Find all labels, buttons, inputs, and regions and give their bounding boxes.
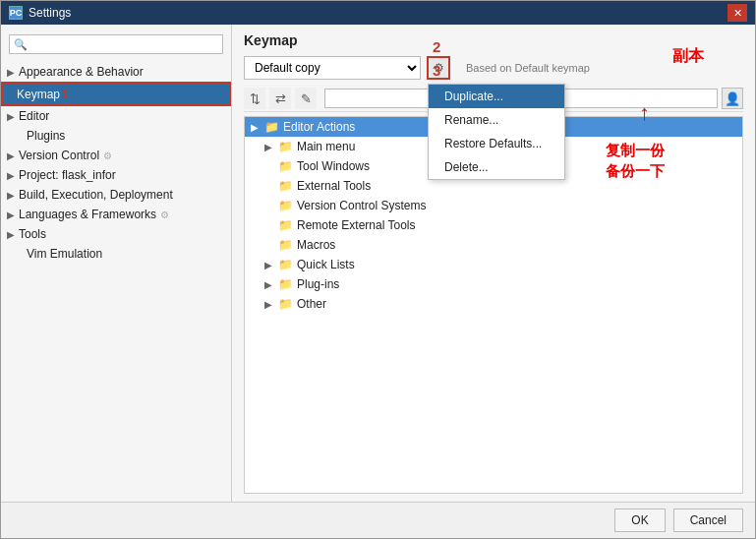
keymap-number-badge: 1: [62, 87, 69, 101]
dropdown-item-restore[interactable]: Restore Defaults...: [429, 132, 564, 155]
number-2-badge: 2: [433, 38, 440, 55]
tree-item-plug-ins[interactable]: ▶ 📁 Plug-ins: [245, 274, 742, 294]
edit-button[interactable]: ✎: [295, 88, 317, 109]
sidebar-item-vim[interactable]: Vim Emulation: [1, 244, 231, 264]
cn-fuben-label: 副本: [672, 46, 704, 67]
folder-icon: 📁: [278, 277, 293, 291]
sidebar-item-editor[interactable]: ▶ Editor: [1, 106, 231, 126]
title-bar: PC Settings ✕: [1, 1, 755, 25]
tree-item-label: Main menu: [297, 140, 355, 153]
tree-arrow-icon: ▶: [264, 142, 278, 152]
search-input[interactable]: [29, 37, 218, 51]
dropdown-item-duplicate[interactable]: Duplicate...: [429, 85, 564, 108]
sidebar-item-label: Version Control: [19, 149, 99, 162]
tree-item-label: Tool Windows: [297, 159, 370, 173]
sidebar-item-label: Appearance & Behavior: [19, 65, 144, 79]
tree-item-macros[interactable]: 📁 Macros: [245, 235, 742, 255]
expand-all-button[interactable]: ⇅: [244, 88, 265, 109]
sidebar-item-build[interactable]: ▶ Build, Execution, Deployment: [1, 185, 231, 205]
folder-icon: 📁: [264, 120, 279, 134]
number-3-badge: 3: [433, 62, 440, 79]
arrow-up-annotation: ↑: [639, 100, 650, 126]
sidebar-item-label: Tools: [19, 227, 46, 241]
tree-item-label: Plug-ins: [297, 277, 339, 291]
panel-title: Keymap: [244, 32, 743, 48]
tree-arrow-icon: ▶: [264, 260, 278, 270]
tree-item-vcs[interactable]: 📁 Version Control Systems: [245, 196, 742, 215]
languages-badge: ⚙: [160, 210, 169, 220]
sidebar-item-project[interactable]: ▶ Project: flask_infor: [1, 165, 231, 185]
folder-icon: 📁: [278, 238, 293, 252]
sidebar: 🔍 ▶ Appearance & Behavior Keymap 1 ▶ Edi…: [1, 25, 232, 502]
arrow-icon: ▶: [7, 170, 15, 181]
tree-item-label: Remote External Tools: [297, 218, 416, 232]
cn-copy-label: 复制一份备份一下: [606, 140, 665, 181]
sidebar-item-languages[interactable]: ▶ Languages & Frameworks ⚙: [1, 205, 231, 224]
sidebar-item-label: Project: flask_infor: [19, 168, 116, 182]
sidebar-item-label: Plugins: [27, 129, 65, 143]
settings-window: PC Settings ✕ 🔍 ▶ Appearance & Behavior …: [0, 0, 756, 539]
search-box[interactable]: 🔍: [9, 34, 223, 54]
based-on-label: Based on Default keymap: [466, 62, 590, 74]
folder-icon: 📁: [278, 218, 293, 232]
user-icon: 👤: [722, 88, 743, 109]
sidebar-item-keymap[interactable]: Keymap 1: [1, 82, 231, 106]
sidebar-item-tools[interactable]: ▶ Tools: [1, 224, 231, 244]
ok-button[interactable]: OK: [614, 509, 665, 532]
tree-item-remote-tools[interactable]: 📁 Remote External Tools: [245, 215, 742, 235]
tree-item-quick-lists[interactable]: ▶ 📁 Quick Lists: [245, 255, 742, 274]
sidebar-item-plugins[interactable]: Plugins: [1, 126, 231, 146]
dropdown-item-rename[interactable]: Rename...: [429, 108, 564, 132]
arrow-icon: ▶: [7, 67, 15, 78]
close-button[interactable]: ✕: [727, 4, 747, 22]
sidebar-item-label: Build, Execution, Deployment: [19, 188, 173, 202]
arrow-icon: ▶: [7, 210, 15, 220]
folder-icon: 📁: [278, 199, 293, 212]
folder-icon: 📁: [278, 179, 293, 193]
folder-icon: 📁: [278, 140, 293, 153]
folder-icon: 📁: [278, 297, 293, 311]
tree-item-label: Version Control Systems: [297, 199, 426, 212]
sidebar-item-label: Editor: [19, 109, 49, 123]
search-icon: 🔍: [14, 38, 28, 51]
tree-item-label: Macros: [297, 238, 335, 252]
arrow-icon: ▶: [7, 111, 15, 122]
collapse-all-button[interactable]: ⇄: [269, 88, 291, 109]
tree-item-label: Quick Lists: [297, 258, 355, 271]
tree-arrow-icon: ▶: [264, 299, 278, 310]
right-panel: Keymap Default copy ⚙ Based on Default k…: [232, 25, 755, 502]
keymap-select[interactable]: Default copy: [244, 56, 421, 80]
tree-arrow-icon: ▶: [264, 279, 278, 290]
window-title: Settings: [29, 6, 727, 20]
dropdown-menu: Duplicate... Rename... Restore Defaults.…: [428, 84, 565, 180]
tree-arrow-icon: ▶: [251, 122, 264, 133]
app-icon: PC: [9, 6, 23, 20]
tree-item-label: Other: [297, 297, 326, 311]
keymap-row: Default copy ⚙ Based on Default keymap 2…: [244, 56, 743, 80]
bottom-bar: OK Cancel: [1, 502, 755, 538]
sidebar-item-version-control[interactable]: ▶ Version Control ⚙: [1, 146, 231, 165]
dropdown-item-delete[interactable]: Delete...: [429, 155, 564, 179]
sidebar-item-label: Vim Emulation: [27, 247, 102, 261]
version-control-badge: ⚙: [103, 150, 112, 161]
main-content: 🔍 ▶ Appearance & Behavior Keymap 1 ▶ Edi…: [1, 25, 755, 502]
arrow-icon: ▶: [7, 150, 15, 161]
folder-icon: 📁: [278, 159, 293, 173]
arrow-icon: ▶: [7, 190, 15, 201]
folder-icon: 📁: [278, 258, 293, 271]
cancel-button[interactable]: Cancel: [673, 509, 743, 532]
tree-item-label: External Tools: [297, 179, 371, 193]
tree-item-other[interactable]: ▶ 📁 Other: [245, 294, 742, 314]
sidebar-item-label: Keymap: [17, 88, 60, 101]
sidebar-item-label: Languages & Frameworks: [19, 208, 156, 221]
tree-item-label: Editor Actions: [283, 120, 355, 134]
sidebar-item-appearance[interactable]: ▶ Appearance & Behavior: [1, 62, 231, 82]
arrow-icon: ▶: [7, 229, 15, 240]
